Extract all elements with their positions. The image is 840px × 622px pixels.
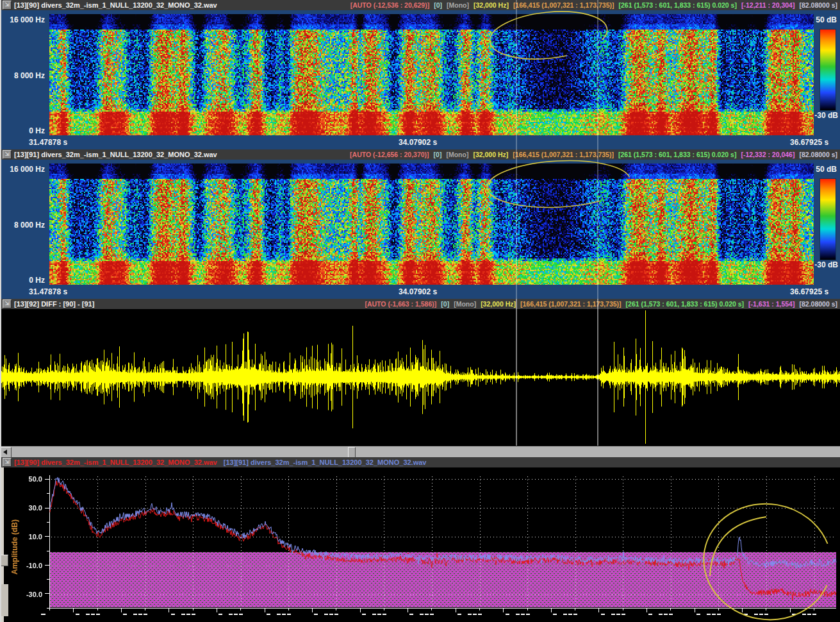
status-segment: [AUTO (-12,536 : 20,629)]: [350, 1, 430, 9]
colorbar: [819, 29, 836, 111]
status-segment: [0]: [434, 151, 442, 158]
window-left-edge: [0, 0, 1, 622]
titlebar-diff[interactable]: ⇲ [13][92] DIFF : [90] - [91] [AUTO (-1,…: [0, 299, 840, 309]
status-segment: [Mono]: [454, 300, 476, 308]
status-segment: [82.08000 s]: [799, 1, 837, 9]
y-tick-label: 50.0: [0, 475, 42, 483]
freq-tick-label: 16 000 Hz: [0, 165, 45, 174]
status-segment: [166,415 (1,007,321 : 1,173,735)]: [513, 1, 614, 9]
colorbar-max-label: 50 dB: [816, 165, 837, 174]
colorbar-min-label: -30 dB: [814, 111, 838, 120]
status-readout: [AUTO (-1,663 : 1,586)][0][Mono][32,000 …: [365, 300, 840, 308]
amplitude-panel: Amplitude (dB) 50.0 30.0 10.0 -10.0 -30.…: [0, 467, 840, 622]
status-segment: [32,000 Hz]: [481, 300, 516, 308]
time-tick-label: 34.07902 s: [399, 287, 437, 296]
titlebar-spectrogram-90[interactable]: ⇲ [13][90] divers_32m_-ism_1_NULL_13200_…: [0, 0, 840, 10]
status-segment: [Mono]: [447, 1, 469, 9]
spectrogram-panel-90: 16 000 Hz 8 000 Hz 0 Hz 31.47878 s 34.07…: [0, 10, 840, 149]
panel-title: [13][91] divers_32m_-ism_1_NULL_13200_32…: [14, 151, 217, 158]
window-menu-icon[interactable]: ⇲: [3, 299, 12, 308]
status-segment: [0]: [434, 1, 442, 9]
freq-tick-label: 16 000 Hz: [0, 15, 45, 24]
time-tick-label: 36.67925 s: [790, 138, 828, 147]
compared-file-label: [13][90] divers_32m_-ism_1_NULL_13200_32…: [14, 458, 217, 466]
y-tick-label: 10.0: [0, 533, 42, 541]
compared-file-label: [13][91] divers_32m_-ism_1_NULL_13200_32…: [224, 458, 427, 466]
status-segment: [261 (1,573 : 601, 1,833 : 615) 0.020 s]: [618, 151, 736, 158]
left-arrow-icon: [3, 450, 7, 455]
colorbar-max-label: 50 dB: [816, 15, 837, 24]
status-segment: [82.08000 s]: [799, 300, 837, 308]
status-segment: [261 (1,573 : 601, 1,833 : 615) 0.020 s]: [619, 1, 737, 9]
status-segment: [32,000 Hz]: [473, 151, 508, 158]
window-menu-icon[interactable]: ⇲: [3, 1, 12, 10]
status-segment: [32,000 Hz]: [474, 1, 509, 9]
window-menu-icon[interactable]: ⇲: [3, 458, 12, 467]
panel-title: [13][92] DIFF : [90] - [91]: [14, 300, 94, 308]
panel-title: [13][90] divers_32m_-ism_1_NULL_13200_32…: [14, 1, 217, 9]
spectrogram-panel-91: 16 000 Hz 8 000 Hz 0 Hz 31.47878 s 34.07…: [0, 160, 840, 299]
status-segment: [AUTO (-1,663 : 1,586)]: [365, 300, 436, 308]
titlebar-spectrogram-91[interactable]: ⇲ [13][91] divers_32m_-ism_1_NULL_13200_…: [0, 149, 840, 160]
freq-tick-label: 0 Hz: [0, 126, 45, 135]
spectrogram-90-canvas[interactable]: [49, 14, 814, 135]
colorbar: [819, 178, 836, 260]
status-segment: [-12,211 : 20,304]: [741, 1, 795, 9]
diff-waveform-panel: [0, 309, 840, 446]
status-segment: [0]: [441, 300, 449, 308]
status-segment: [-12,332 : 20,046]: [741, 151, 795, 158]
spectrogram-91-canvas[interactable]: [49, 164, 814, 285]
time-tick-label: 31.47878 s: [29, 287, 67, 296]
time-tick-label: 34.07902 s: [399, 138, 437, 147]
scrollbar-thumb[interactable]: [348, 447, 356, 458]
status-readout: [AUTO (-12,656 : 20,370)][0][Mono][32,00…: [350, 151, 840, 158]
horizontal-scrollbar[interactable]: [0, 446, 840, 457]
freq-tick-label: 0 Hz: [0, 276, 45, 285]
time-tick-label: 31.47878 s: [29, 138, 67, 147]
scroll-left-button[interactable]: [1, 447, 12, 458]
status-segment: [166,415 (1,007,321 : 1,173,735)]: [520, 300, 622, 308]
status-segment: [Mono]: [446, 151, 468, 158]
amplitude-chart-canvas[interactable]: [0, 467, 840, 622]
status-segment: [AUTO (-12,656 : 20,370)]: [350, 151, 429, 158]
titlebar-amplitude[interactable]: ⇲ [13][90] divers_32m_-ism_1_NULL_13200_…: [0, 457, 840, 467]
status-segment: [82.08000 s]: [799, 151, 837, 158]
freq-tick-label: 8 000 Hz: [0, 71, 45, 80]
time-tick-label: 36.67925 s: [790, 287, 828, 296]
compared-files: [13][90] divers_32m_-ism_1_NULL_13200_32…: [14, 458, 426, 466]
status-segment: [-1,631 : 1,554]: [748, 300, 795, 308]
colorbar-min-label: -30 dB: [814, 260, 838, 269]
status-segment: [261 (1,573 : 601, 1,833 : 615) 0.020 s]: [626, 300, 744, 308]
freq-tick-label: 8 000 Hz: [0, 221, 45, 230]
status-readout: [AUTO (-12,536 : 20,629)][0][Mono][32,00…: [350, 1, 840, 9]
window-menu-icon[interactable]: ⇲: [3, 150, 12, 159]
status-segment: [166,415 (1,007,321 : 1,173,735)]: [513, 151, 614, 158]
y-tick-label: 30.0: [0, 504, 42, 512]
audio-analysis-window: ⇲ [13][90] divers_32m_-ism_1_NULL_13200_…: [0, 0, 840, 622]
diff-waveform-canvas[interactable]: [0, 309, 840, 446]
